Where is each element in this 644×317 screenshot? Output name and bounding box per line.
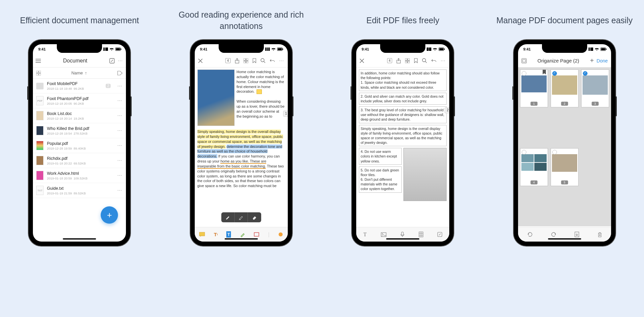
panel-caption: Edit PDF files freely [364,0,441,40]
add-text-icon[interactable]: T [363,232,367,238]
page-thumbnail[interactable]: 5 [551,148,579,186]
close-icon[interactable] [198,58,203,63]
close-icon[interactable] [360,58,364,63]
phone-frame: 9:41 Origanize Page (2) + Done 1 2 3 4 5 [514,40,615,246]
thumbnails-icon[interactable] [405,58,410,63]
page-checkbox[interactable] [522,71,526,76]
page-thumbnail[interactable]: 1 [520,69,548,107]
home-indicator [63,238,96,240]
add-page-icon[interactable]: + [590,57,594,64]
share-icon[interactable] [396,58,401,63]
shape-rect-icon[interactable] [254,232,259,237]
file-row[interactable]: Who Killed the Brid.pdf2018-12-28 19:54 … [33,123,126,138]
highlight-tool[interactable] [235,212,248,222]
page-checkbox[interactable] [583,71,588,76]
page-checkbox[interactable] [552,71,557,76]
pdf-icon: PDF [36,96,44,105]
eraser-tool[interactable] [248,212,261,222]
current-page-box[interactable]: 4 [387,58,392,63]
svg-rect-17 [405,61,407,63]
editable-text-block[interactable]: 3. The best gray level of color matching… [359,106,447,123]
row-more-icon[interactable]: ⋯ [117,113,123,118]
search-icon[interactable] [422,58,427,63]
row-more-icon[interactable]: ⋯ [117,158,123,163]
file-row[interactable]: TXTGuide.txt2019-01-19 21:59 89.52KB⋯ [33,183,126,198]
file-row[interactable]: Popular.pdf2018-12-28 19:59 89.40KB⋯ [33,138,126,153]
editable-text-block[interactable]: Simply speaking, home design is the over… [359,125,447,147]
file-row[interactable]: Work Advice.html2019-01-18 20:59 109.52K… [33,168,126,183]
add-image-icon[interactable] [381,232,386,237]
editable-text-block[interactable]: 4. Do not use warm colors in kitchen exc… [359,148,402,165]
text-markup-icon[interactable]: TI [214,232,217,237]
battery-icon [439,48,444,51]
sticky-note-icon[interactable] [257,89,262,94]
page-thumbnail[interactable]: 2 [551,69,579,107]
more-icon[interactable]: ⋯ [279,58,284,63]
editable-text-block[interactable]: 2. Gold and silver can match any color. … [359,93,447,105]
row-more-icon[interactable]: ⋯ [117,83,123,89]
editable-text-block[interactable]: 5. Do not use dark green floor tiles. 6.… [359,166,402,193]
add-audio-icon[interactable] [400,232,404,237]
compose-icon[interactable] [109,58,115,63]
battery-icon [600,48,606,51]
svg-point-13 [279,233,283,237]
page-title: Document [63,58,87,64]
sign-icon[interactable] [437,232,442,237]
add-fab-button[interactable]: + [101,206,118,224]
search-icon[interactable] [261,58,266,63]
panel-document-management: Efficient document management 9:41 Docum… [3,0,156,246]
row-more-icon[interactable]: ⋯ [117,143,123,148]
bookmark-icon[interactable] [253,58,256,63]
panel-organize-pages: Manage PDF document pages easily 9:41 Or… [488,0,641,246]
page-side-indicator[interactable]: 2 [445,107,449,113]
file-row[interactable]: PDFFoxit PhantomPDF.pdf2018-12-18 20:05 … [33,93,126,108]
done-button[interactable]: Done [596,58,607,63]
row-more-icon[interactable]: ⋯ [117,128,123,133]
select-all-icon[interactable] [521,58,527,63]
extract-page-icon[interactable] [575,232,579,237]
stamp-circle-icon[interactable] [278,232,283,237]
page-side-indicator[interactable]: 1 [283,111,288,117]
share-icon[interactable] [235,58,239,63]
document-content[interactable]: Home color matching is actually the colo… [195,67,288,226]
sort-arrow-icon[interactable]: ↑ [85,70,87,75]
page-number: 4 [530,180,537,184]
file-row[interactable]: Richdix.pdf2019-01-18 20:22 69.52KB⋯ [33,153,126,168]
pencil-icon[interactable] [240,232,245,237]
bookmark-icon[interactable] [414,58,418,63]
row-more-icon[interactable]: ⋯ [117,98,123,103]
comment-tool-icon[interactable] [199,232,205,237]
grid-view-icon[interactable] [36,71,41,75]
text-highlight-icon[interactable]: T [226,231,231,238]
page-thumbnail[interactable]: 4 [520,148,548,186]
undo-icon[interactable] [431,58,436,63]
page-checkbox[interactable] [552,150,557,155]
file-row[interactable]: Book List.doc2018-12-18 20:14 19.2KB⋯ [33,108,126,123]
editable-text-block[interactable]: In addition, home color matching should … [359,69,447,91]
draw-toolbar [221,212,261,222]
svg-rect-12 [254,233,259,236]
signal-icon [427,48,431,51]
navbar: Document ⋯ [33,54,126,67]
row-more-icon[interactable]: ⋯ [117,173,123,178]
pencil-tool[interactable] [221,212,235,222]
row-more-icon[interactable]: ⋯ [117,188,123,193]
page-thumbnail[interactable]: 3 [581,69,609,107]
more-icon[interactable]: ⋯ [441,58,446,63]
file-row[interactable]: Foxit MobilePDF2018-11-18 19:48 99.2KB2⋯ [33,79,126,93]
status-time: 9:41 [38,47,46,51]
tag-icon[interactable] [117,71,123,75]
form-icon[interactable] [419,232,423,237]
delete-icon[interactable] [597,232,602,237]
more-icon[interactable]: ⋯ [118,58,123,63]
page-checkbox[interactable] [522,150,526,155]
rotate-left-icon[interactable] [527,232,533,237]
sort-label[interactable]: Name [71,70,83,75]
rotate-right-icon[interactable] [551,232,557,237]
editable-image-block[interactable] [403,148,447,201]
undo-icon[interactable] [270,58,275,63]
document-content[interactable]: In addition, home color matching should … [356,67,449,226]
current-page-box[interactable]: 4 [225,58,231,63]
hamburger-icon[interactable] [36,59,41,63]
thumbnails-icon[interactable] [244,58,248,63]
